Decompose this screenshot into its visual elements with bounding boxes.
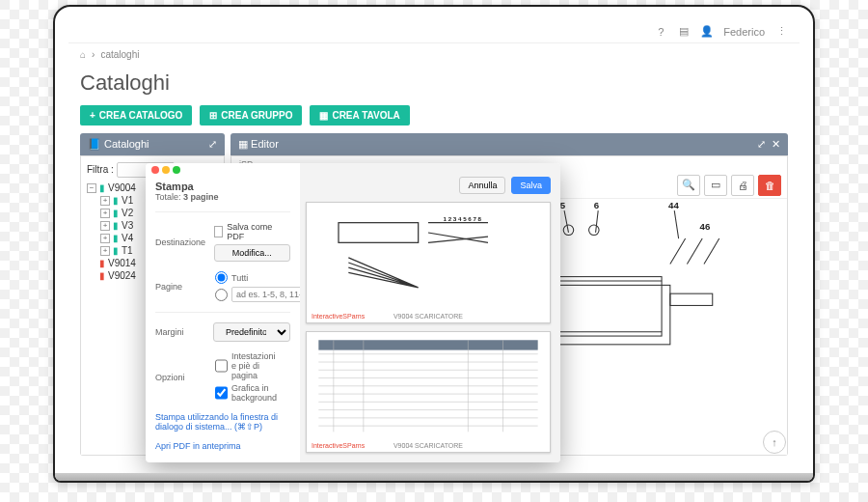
- svg-text:5: 5: [560, 200, 566, 210]
- svg-text:1 2 3 4 5 6 7 8: 1 2 3 4 5 6 7 8: [444, 215, 482, 222]
- options-label: Opzioni: [155, 373, 209, 382]
- save-button[interactable]: Salva: [511, 177, 551, 194]
- page-title: Cataloghi: [68, 65, 800, 105]
- scroll-top-button[interactable]: ↑: [763, 431, 786, 454]
- destination-value: Salva come PDF: [227, 222, 290, 241]
- topbar: ? ▤ 👤 Federico ⋮: [68, 20, 800, 43]
- cancel-button[interactable]: Annulla: [459, 177, 505, 194]
- catalogs-header: 📘 Cataloghi ⤢: [80, 133, 225, 155]
- doc-icon: ▮: [99, 270, 105, 281]
- editor-header: ▦ Editor ⤢✕: [231, 133, 788, 155]
- doc-icon: ▮: [113, 233, 119, 243]
- close-icon[interactable]: ✕: [772, 138, 780, 151]
- system-dialog-link[interactable]: Stampa utilizzando la finestra di dialog…: [155, 412, 290, 432]
- svg-text:44: 44: [668, 200, 679, 210]
- create-group-button[interactable]: ⊞CREA GRUPPO: [200, 105, 302, 126]
- preview-page-2: InteractiveSParns V9004 SCARICATORE: [306, 331, 551, 453]
- image-icon: ▦: [238, 138, 248, 150]
- doc-icon: ▮: [113, 208, 119, 218]
- home-icon[interactable]: ⌂: [80, 49, 86, 60]
- svg-text:6: 6: [594, 200, 600, 210]
- action-bar: +CREA CATALOGO ⊞CREA GRUPPO ▦CREA TAVOLA: [68, 105, 800, 133]
- open-preview-link[interactable]: Apri PDF in anteprima: [155, 441, 290, 451]
- plus-icon: +: [90, 110, 95, 121]
- svg-rect-6: [670, 293, 713, 305]
- image-icon: ▦: [319, 110, 328, 121]
- pdf-icon: [214, 226, 224, 237]
- pages-range-input[interactable]: [231, 287, 309, 302]
- dialog-title: Stampa: [155, 181, 290, 192]
- pages-label: Pagine: [155, 282, 209, 292]
- breadcrumb: ⌂ › cataloghi: [68, 43, 800, 65]
- expand-icon[interactable]: ⤢: [757, 138, 766, 151]
- doc-icon: ▮: [113, 220, 119, 231]
- create-catalog-button[interactable]: +CREA CATALOGO: [80, 105, 192, 126]
- preview-page-1: 1 2 3 4 5 6 7 8 InteractiveSParns V9004 …: [306, 202, 551, 323]
- margins-select[interactable]: Predefinito: [213, 322, 290, 342]
- doc-icon: ▮: [99, 258, 105, 268]
- doc-icon: ▮: [99, 182, 105, 193]
- menu-icon[interactable]: ⋮: [774, 25, 788, 39]
- expand-icon[interactable]: ⤢: [208, 138, 217, 151]
- user-icon[interactable]: 👤: [700, 25, 714, 39]
- doc-icon: ▮: [113, 195, 119, 206]
- book-icon: 📘: [88, 138, 101, 150]
- svg-text:46: 46: [700, 221, 711, 232]
- filter-label: Filtra :: [87, 164, 114, 175]
- doc-icon: ▮: [113, 245, 119, 256]
- breadcrumb-item[interactable]: cataloghi: [100, 49, 139, 60]
- svg-rect-26: [318, 340, 537, 349]
- layers-icon[interactable]: ▤: [677, 25, 691, 39]
- pages-all-radio[interactable]: [215, 271, 228, 284]
- opt-bg-checkbox[interactable]: [215, 383, 228, 403]
- print-dialog: Stampa Totale: 3 pagine Destinazione Sal…: [146, 163, 560, 462]
- opt-headers-checkbox[interactable]: [215, 351, 228, 380]
- user-label[interactable]: Federico: [723, 26, 765, 38]
- tree-icon: ⊞: [209, 110, 217, 121]
- margins-label: Margini: [155, 327, 207, 337]
- svg-point-8: [589, 225, 600, 236]
- help-icon[interactable]: ?: [654, 25, 667, 39]
- svg-rect-24: [339, 223, 419, 243]
- create-table-button[interactable]: ▦CREA TAVOLA: [310, 105, 409, 126]
- modify-button[interactable]: Modifica...: [214, 244, 290, 262]
- pages-range-radio[interactable]: [215, 289, 228, 301]
- destination-label: Destinazione: [155, 237, 208, 247]
